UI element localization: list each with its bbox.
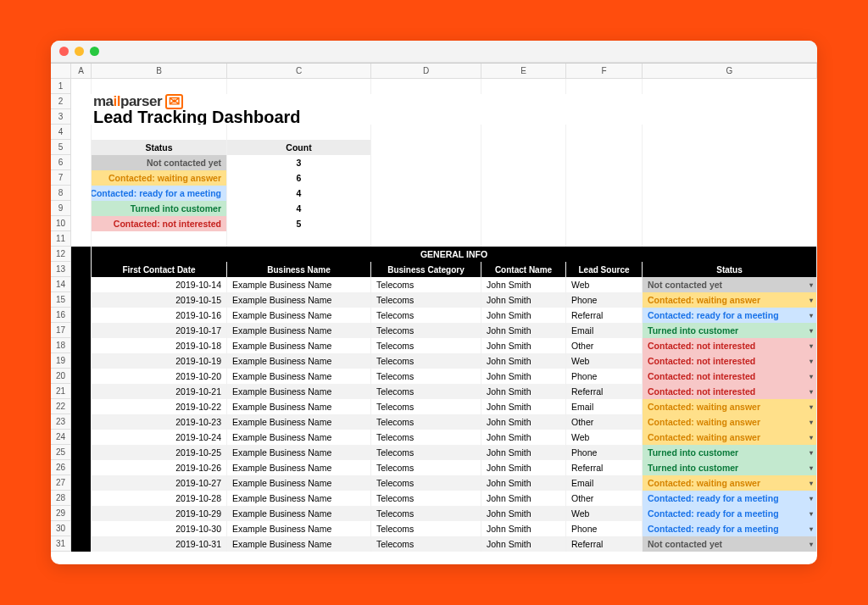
cell-date[interactable]: 2019-10-14 [92,277,227,292]
cell-category[interactable]: Telecoms [371,399,481,414]
cell-status-dropdown[interactable]: Contacted: ready for a meeting [643,491,817,506]
cell-source[interactable]: Referral [566,460,643,475]
cell-business[interactable]: Example Business Name [227,353,371,369]
cell-category[interactable]: Telecoms [371,445,481,460]
cell-category[interactable]: Telecoms [371,491,481,506]
cell-category[interactable]: Telecoms [371,277,481,292]
cell-source[interactable]: Web [566,506,643,521]
cell-category[interactable]: Telecoms [371,536,481,552]
cell-category[interactable]: Telecoms [371,308,481,323]
column-header[interactable]: F [566,64,643,79]
row-header[interactable]: 7 [51,170,71,186]
cell-date[interactable]: 2019-10-16 [92,308,227,323]
column-header[interactable]: B [92,64,227,79]
cell-contact[interactable]: John Smith [481,399,566,414]
cell-status-dropdown[interactable]: Contacted: ready for a meeting [643,308,817,323]
cell-business[interactable]: Example Business Name [227,308,371,323]
cell-category[interactable]: Telecoms [371,506,481,521]
cell-business[interactable]: Example Business Name [227,323,371,338]
cell-source[interactable]: Web [566,277,643,292]
cell-business[interactable]: Example Business Name [227,414,371,430]
row-header[interactable]: 18 [51,338,71,353]
cell-source[interactable]: Email [566,323,643,338]
cell-status-dropdown[interactable]: Not contacted yet [643,277,817,292]
cell-status-dropdown[interactable]: Contacted: waiting answer [643,292,817,308]
row-header[interactable]: 14 [51,277,71,292]
cell-source[interactable]: Email [566,399,643,414]
cell-date[interactable]: 2019-10-21 [92,384,227,399]
close-icon[interactable] [59,47,69,56]
cell-business[interactable]: Example Business Name [227,506,371,521]
cell-business[interactable]: Example Business Name [227,399,371,414]
cell-contact[interactable]: John Smith [481,460,566,475]
row-header[interactable]: 21 [51,384,71,399]
cell-date[interactable]: 2019-10-29 [92,506,227,521]
row-header[interactable]: 4 [51,125,71,140]
cell-status-dropdown[interactable]: Contacted: ready for a meeting [643,521,817,536]
maximize-icon[interactable] [90,47,99,56]
cell-category[interactable]: Telecoms [371,475,481,491]
table-header[interactable]: Status [643,262,817,277]
cell-contact[interactable]: John Smith [481,277,566,292]
table-header[interactable]: Lead Source [566,262,643,277]
cell-date[interactable]: 2019-10-22 [92,399,227,414]
cell-date[interactable]: 2019-10-25 [92,445,227,460]
cell-contact[interactable]: John Smith [481,506,566,521]
cell-date[interactable]: 2019-10-28 [92,491,227,506]
cell-status-dropdown[interactable]: Contacted: waiting answer [643,430,817,445]
cell-status-dropdown[interactable]: Contacted: not interested [643,384,817,399]
cell-category[interactable]: Telecoms [371,353,481,369]
row-header[interactable]: 8 [51,186,71,201]
row-header[interactable]: 15 [51,292,71,308]
cell-status-dropdown[interactable]: Contacted: not interested [643,338,817,353]
cell-date[interactable]: 2019-10-19 [92,353,227,369]
cell-date[interactable]: 2019-10-31 [92,536,227,552]
cell-business[interactable]: Example Business Name [227,292,371,308]
cell-contact[interactable]: John Smith [481,323,566,338]
cell-status-dropdown[interactable]: Turned into customer [643,460,817,475]
cell-source[interactable]: Phone [566,521,643,536]
cell-contact[interactable]: John Smith [481,292,566,308]
cell-source[interactable]: Phone [566,369,643,384]
cell-category[interactable]: Telecoms [371,521,481,536]
row-header[interactable]: 3 [51,109,71,125]
cell-category[interactable]: Telecoms [371,292,481,308]
cell-status-dropdown[interactable]: Turned into customer [643,445,817,460]
cell-category[interactable]: Telecoms [371,323,481,338]
row-header[interactable]: 16 [51,308,71,323]
row-header[interactable]: 30 [51,521,71,536]
cell-date[interactable]: 2019-10-24 [92,430,227,445]
row-header[interactable]: 11 [51,231,71,247]
cell-date[interactable]: 2019-10-15 [92,292,227,308]
cell-status-dropdown[interactable]: Contacted: waiting answer [643,399,817,414]
cell-business[interactable]: Example Business Name [227,475,371,491]
row-header[interactable]: 6 [51,155,71,170]
cell-contact[interactable]: John Smith [481,491,566,506]
column-header[interactable]: D [371,64,481,79]
minimize-icon[interactable] [75,47,84,56]
cell-category[interactable]: Telecoms [371,460,481,475]
cell-status-dropdown[interactable]: Contacted: waiting answer [643,475,817,491]
cell-contact[interactable]: John Smith [481,338,566,353]
cell-contact[interactable]: John Smith [481,414,566,430]
row-header[interactable]: 31 [51,536,71,552]
cell-date[interactable]: 2019-10-17 [92,323,227,338]
cell-business[interactable]: Example Business Name [227,277,371,292]
column-header[interactable]: A [71,64,92,79]
row-header[interactable]: 22 [51,399,71,414]
cell-category[interactable]: Telecoms [371,384,481,399]
row-header[interactable]: 12 [51,247,71,262]
cell-contact[interactable]: John Smith [481,308,566,323]
cell-business[interactable]: Example Business Name [227,384,371,399]
cell-category[interactable]: Telecoms [371,430,481,445]
cell-business[interactable]: Example Business Name [227,536,371,552]
cell-source[interactable]: Email [566,475,643,491]
row-header[interactable]: 1 [51,79,71,94]
row-header[interactable]: 13 [51,262,71,277]
row-header[interactable]: 17 [51,323,71,338]
table-header[interactable]: Business Category [371,262,481,277]
row-header[interactable]: 26 [51,460,71,475]
cell-contact[interactable]: John Smith [481,353,566,369]
row-header[interactable]: 20 [51,369,71,384]
cell-date[interactable]: 2019-10-27 [92,475,227,491]
